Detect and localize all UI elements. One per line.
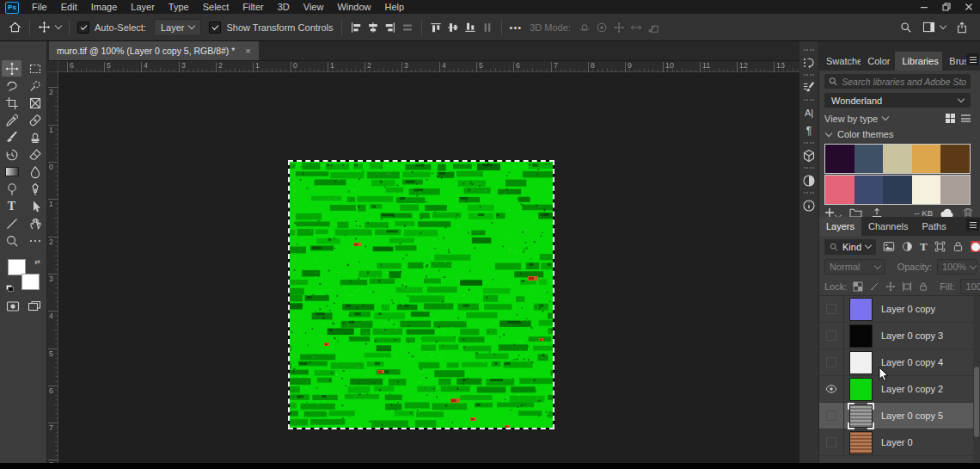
layer-name[interactable]: Layer 0 copy 4 [881, 357, 943, 367]
opacity-field[interactable]: 100% [937, 259, 977, 275]
filter-adjustment-layers-icon[interactable] [902, 241, 913, 252]
tab-libraries[interactable]: Libraries [895, 52, 942, 71]
tool-dodge-icon[interactable] [2, 181, 21, 197]
layer-name[interactable]: Layer 0 copy 3 [881, 330, 943, 341]
layer-name[interactable]: Layer 0 [881, 437, 913, 447]
share-icon[interactable] [956, 22, 968, 34]
tool-frame-icon[interactable] [25, 95, 45, 111]
panel-history-icon[interactable] [800, 53, 818, 71]
panel-info-icon[interactable] [800, 196, 818, 214]
align-middle-vertical-button[interactable] [447, 22, 459, 34]
tool-edit-toolbar-icon[interactable] [25, 232, 45, 249]
visibility-toggle-empty[interactable] [819, 349, 844, 375]
layer-row[interactable]: Layer 0 copy 4 [819, 349, 980, 376]
tool-path-selection-icon[interactable] [25, 198, 45, 214]
layer-thumbnail-gray[interactable] [850, 405, 872, 427]
lock-transparent-pixels-icon[interactable] [853, 281, 863, 292]
filter-smart-objects-icon[interactable] [952, 241, 964, 252]
tool-quick-selection-icon[interactable] [25, 77, 45, 94]
layer-thumbnail-white[interactable] [850, 352, 872, 373]
tool-eraser-icon[interactable] [25, 146, 45, 163]
menu-type[interactable]: Type [162, 0, 196, 14]
color-themes-label[interactable]: Color themes [837, 129, 893, 139]
minimize-button[interactable] [913, 0, 935, 14]
close-button[interactable] [958, 0, 980, 14]
scrollbar-thumb[interactable] [974, 367, 979, 437]
align-right-button[interactable] [384, 22, 396, 34]
visibility-eye-icon[interactable] [819, 376, 844, 402]
panel-adjustments-icon[interactable] [800, 171, 818, 189]
visibility-toggle-empty[interactable] [819, 323, 844, 349]
tool-type-icon[interactable]: T [2, 198, 21, 214]
tool-clone-stamp-icon[interactable] [25, 129, 45, 145]
tool-zoom-icon[interactable] [2, 232, 21, 249]
tool-rectangular-marquee-icon[interactable] [25, 60, 45, 77]
align-bottom-button[interactable] [464, 22, 476, 34]
tool-brush-icon[interactable] [2, 129, 21, 145]
theme-swatch[interactable] [940, 145, 970, 173]
layer-row[interactable]: Layer 0 copy [819, 296, 980, 323]
visibility-toggle-empty[interactable] [819, 296, 844, 322]
view-by-type-dropdown[interactable]: View by type [824, 114, 878, 124]
menu-image[interactable]: Image [84, 0, 125, 14]
menu-edit[interactable]: Edit [54, 0, 84, 14]
lock-artboard-icon[interactable] [902, 281, 912, 292]
tool-preset-move[interactable] [38, 21, 61, 34]
layer-thumbnail-blue[interactable] [850, 299, 872, 320]
layer-row[interactable]: Layer 0 copy 5 [819, 403, 980, 429]
quick-mask-icon[interactable] [6, 299, 20, 313]
align-top-button[interactable] [430, 22, 442, 34]
menu-window[interactable]: Window [330, 0, 377, 14]
visibility-toggle-empty[interactable] [819, 429, 844, 455]
layer-name[interactable]: Layer 0 copy 2 [881, 384, 943, 394]
tool-spot-healing-brush-icon[interactable] [25, 112, 45, 128]
blend-mode-dropdown[interactable]: Normal [824, 259, 885, 275]
menu-filter[interactable]: Filter [236, 0, 270, 14]
menu-layer[interactable]: Layer [124, 0, 162, 14]
more-options-button[interactable]: ••• [510, 22, 523, 33]
panel-brush-settings-icon[interactable] [800, 78, 818, 96]
theme-swatch[interactable] [940, 176, 970, 204]
show-transform-checkbox[interactable] [209, 22, 221, 34]
menu-view[interactable]: View [297, 0, 331, 14]
layer-row[interactable]: Layer 0 [819, 429, 980, 456]
menu-help[interactable]: Help [378, 0, 412, 14]
document-tab[interactable]: muro.tif @ 100% (Layer 0 copy 5, RGB/8#)… [49, 41, 259, 60]
background-color-swatch[interactable] [21, 274, 40, 290]
layer-thumbnail-rust[interactable] [850, 432, 872, 454]
panel-character-icon[interactable]: A| [800, 103, 818, 121]
layer-name[interactable]: Layer 0 copy 5 [881, 410, 943, 421]
workspace-switcher[interactable] [922, 22, 946, 33]
library-select-dropdown[interactable]: Wonderland [824, 93, 971, 108]
distribute-horizontal-button[interactable] [401, 22, 413, 34]
search-icon[interactable] [900, 22, 912, 34]
3d-scale-icon[interactable] [647, 22, 659, 34]
menu-3d[interactable]: 3D [271, 0, 297, 14]
theme-swatch[interactable] [854, 145, 884, 173]
filter-type-layers-icon[interactable]: T [920, 240, 928, 254]
theme-swatch[interactable] [912, 176, 941, 204]
tool-crop-icon[interactable] [2, 95, 21, 111]
tab-swatches[interactable]: Swatches [819, 52, 861, 71]
default-colors-icon[interactable] [6, 285, 14, 292]
theme-swatch[interactable] [825, 145, 854, 173]
theme-swatch[interactable] [854, 176, 884, 204]
theme-swatch[interactable] [883, 176, 912, 204]
document-image[interactable] [290, 162, 553, 428]
3d-roll-icon[interactable] [596, 22, 608, 34]
tool-hand-icon[interactable] [25, 215, 45, 231]
panel-paragraph-icon[interactable]: ¶ [800, 121, 818, 139]
libraries-panel-menu-icon[interactable] [966, 53, 979, 65]
tab-channels[interactable]: Channels [861, 217, 915, 236]
tool-lasso-icon[interactable] [2, 77, 21, 94]
lock-all-icon[interactable] [918, 281, 928, 292]
libraries-search-input[interactable]: Search libraries and Adobe Stock [824, 74, 971, 89]
restore-button[interactable] [935, 0, 958, 14]
align-left-button[interactable] [350, 22, 362, 34]
theme-swatch[interactable] [883, 145, 912, 173]
tool-pen-icon[interactable] [25, 181, 45, 197]
3d-slide-icon[interactable] [630, 22, 642, 34]
3d-orbit-icon[interactable] [579, 22, 591, 34]
grid-view-icon[interactable] [946, 114, 956, 124]
layers-panel-menu-icon[interactable] [966, 219, 979, 231]
